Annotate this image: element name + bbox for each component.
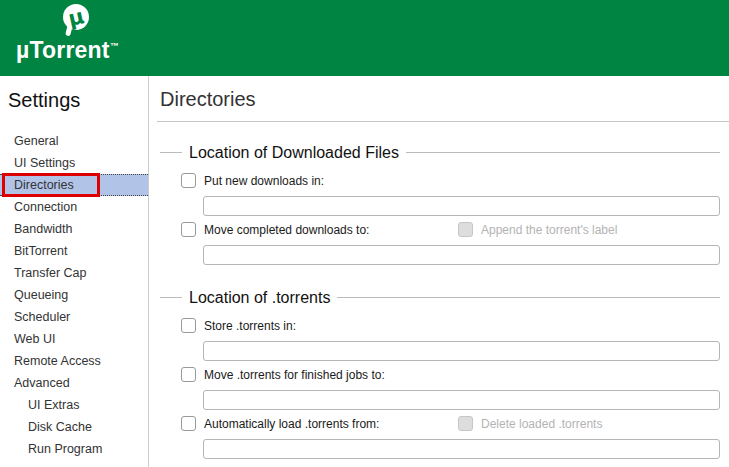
directories-panel: Directories Location of Downloaded Files…	[149, 76, 729, 467]
section-downloaded-files: Location of Downloaded Files	[160, 143, 720, 162]
section-legend: Location of Downloaded Files	[189, 143, 399, 162]
move-completed-checkbox[interactable]	[181, 222, 196, 237]
append-label-option: Append the torrent's label	[458, 222, 617, 237]
append-label-text: Append the torrent's label	[481, 223, 617, 237]
delete-loaded-text: Delete loaded .torrents	[481, 417, 602, 431]
brand: µ µTorrent™	[16, 3, 128, 62]
store-torrents-row: Store .torrents in:	[181, 318, 720, 333]
delete-loaded-checkbox[interactable]	[458, 416, 473, 431]
settings-nav: General UI Settings Directories Connecti…	[0, 130, 148, 460]
sidebar-item-web-ui[interactable]: Web UI	[0, 328, 148, 350]
sidebar-item-general[interactable]: General	[0, 130, 148, 152]
utorrent-logo-icon: µ	[60, 3, 92, 39]
sidebar-item-bittorrent[interactable]: BitTorrent	[0, 240, 148, 262]
put-new-downloads-input[interactable]	[203, 196, 720, 216]
sidebar-title: Settings	[8, 89, 148, 112]
autoload-torrents-checkbox[interactable]	[181, 416, 196, 431]
settings-sidebar: Settings General UI Settings Directories…	[0, 76, 149, 467]
delete-loaded-option: Delete loaded .torrents	[458, 416, 602, 431]
sidebar-item-ui-extras[interactable]: UI Extras	[0, 394, 148, 416]
sidebar-item-disk-cache[interactable]: Disk Cache	[0, 416, 148, 438]
brand-wordmark: µTorrent™	[16, 39, 128, 62]
store-torrents-checkbox[interactable]	[181, 318, 196, 333]
move-finished-torrents-checkbox[interactable]	[181, 367, 196, 382]
sidebar-item-remote-access[interactable]: Remote Access	[0, 350, 148, 372]
move-completed-row: Move completed downloads to: Append the …	[181, 222, 720, 237]
autoload-torrents-input[interactable]	[203, 439, 720, 459]
append-label-checkbox[interactable]	[458, 222, 473, 237]
title-divider	[157, 121, 729, 122]
move-completed-label: Move completed downloads to:	[204, 223, 369, 237]
autoload-torrents-label: Automatically load .torrents from:	[204, 417, 379, 431]
move-finished-torrents-input[interactable]	[203, 390, 720, 410]
autoload-torrents-row: Automatically load .torrents from: Delet…	[181, 416, 720, 431]
store-torrents-input[interactable]	[203, 341, 720, 361]
sidebar-item-run-program[interactable]: Run Program	[0, 438, 148, 460]
page-title: Directories	[160, 88, 720, 111]
sidebar-item-connection[interactable]: Connection	[0, 196, 148, 218]
sidebar-item-transfer-cap[interactable]: Transfer Cap	[0, 262, 148, 284]
put-new-downloads-row: Put new downloads in:	[181, 173, 720, 188]
move-finished-torrents-row: Move .torrents for finished jobs to:	[181, 367, 720, 382]
sidebar-item-scheduler[interactable]: Scheduler	[0, 306, 148, 328]
sidebar-item-ui-settings[interactable]: UI Settings	[0, 152, 148, 174]
trademark-symbol: ™	[110, 41, 119, 51]
store-torrents-label: Store .torrents in:	[204, 319, 296, 333]
put-new-downloads-label: Put new downloads in:	[204, 174, 324, 188]
sidebar-item-advanced[interactable]: Advanced	[0, 372, 148, 394]
app-header: µ µTorrent™	[0, 0, 729, 76]
sidebar-item-directories[interactable]: Directories	[0, 174, 148, 196]
move-finished-torrents-label: Move .torrents for finished jobs to:	[204, 368, 385, 382]
move-completed-input[interactable]	[203, 245, 720, 265]
sidebar-item-bandwidth[interactable]: Bandwidth	[0, 218, 148, 240]
sidebar-item-queueing[interactable]: Queueing	[0, 284, 148, 306]
section-torrents-location: Location of .torrents	[160, 288, 720, 307]
section-legend: Location of .torrents	[189, 288, 330, 307]
put-new-downloads-checkbox[interactable]	[181, 173, 196, 188]
